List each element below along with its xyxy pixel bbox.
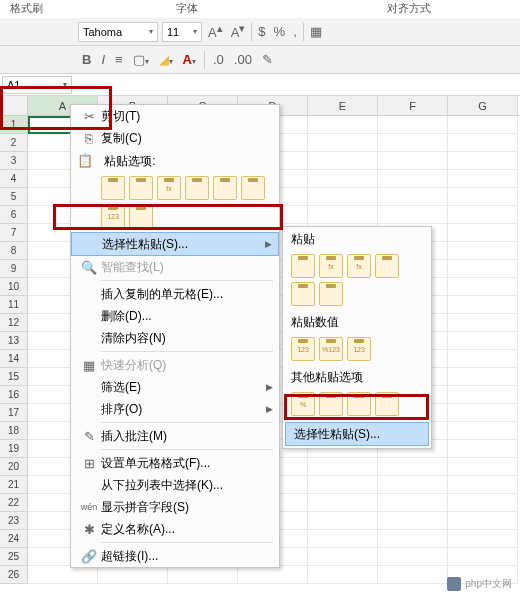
cell[interactable] — [98, 566, 168, 584]
menu-show-pinyin[interactable]: wén 显示拼音字段(S) — [71, 496, 279, 518]
cell[interactable] — [448, 494, 518, 512]
format-icon[interactable]: ▦ — [308, 24, 324, 39]
col-header-f[interactable]: F — [378, 96, 448, 115]
menu-insert-copied[interactable]: 插入复制的单元格(E)... — [71, 283, 279, 305]
paste-icon[interactable] — [129, 176, 153, 200]
menu-hyperlink[interactable]: 🔗 超链接(I)... — [71, 545, 279, 567]
decrease-font-icon[interactable]: A▾ — [229, 22, 248, 40]
cell[interactable] — [308, 188, 378, 206]
row-header[interactable]: 19 — [0, 440, 28, 458]
row-header[interactable]: 6 — [0, 206, 28, 224]
menu-paste-special[interactable]: 选择性粘贴(S)... ▶ — [71, 232, 279, 256]
cell[interactable] — [308, 116, 378, 134]
decrease-decimal-icon[interactable]: .0 — [211, 52, 226, 67]
cell[interactable] — [378, 206, 448, 224]
col-header-g[interactable]: G — [448, 96, 518, 115]
row-header[interactable]: 22 — [0, 494, 28, 512]
paste-icon[interactable] — [129, 204, 153, 228]
comma-icon[interactable]: , — [291, 24, 299, 39]
font-name-dropdown[interactable]: Tahoma▾ — [78, 22, 158, 42]
submenu-paste-special[interactable]: 选择性粘贴(S)... — [285, 422, 429, 446]
paste-icon[interactable] — [185, 176, 209, 200]
paste-icon[interactable] — [213, 176, 237, 200]
row-header[interactable]: 20 — [0, 458, 28, 476]
row-header[interactable]: 21 — [0, 476, 28, 494]
row-header[interactable]: 13 — [0, 332, 28, 350]
fill-color-icon[interactable]: ◢▾ — [157, 52, 175, 67]
cell[interactable] — [308, 476, 378, 494]
cell[interactable] — [378, 170, 448, 188]
row-header[interactable]: 9 — [0, 260, 28, 278]
cell[interactable] — [448, 422, 518, 440]
paste-fx-icon[interactable]: fx — [157, 176, 181, 200]
menu-dropdown-select[interactable]: 从下拉列表中选择(K)... — [71, 474, 279, 496]
paste-icon[interactable] — [347, 392, 371, 416]
paste-fx-icon[interactable]: fx — [319, 254, 343, 278]
cell[interactable] — [378, 512, 448, 530]
cell[interactable] — [448, 404, 518, 422]
font-size-dropdown[interactable]: 11▾ — [162, 22, 202, 42]
menu-sort[interactable]: 排序(O) ▶ — [71, 398, 279, 420]
cell[interactable] — [448, 386, 518, 404]
cell[interactable] — [448, 368, 518, 386]
cell[interactable] — [448, 260, 518, 278]
row-header[interactable]: 23 — [0, 512, 28, 530]
paste-icon[interactable] — [291, 282, 315, 306]
cell[interactable] — [448, 440, 518, 458]
row-header[interactable]: 25 — [0, 548, 28, 566]
paste-pct-icon[interactable]: % — [291, 392, 315, 416]
row-header[interactable]: 7 — [0, 224, 28, 242]
border-icon[interactable]: ▢▾ — [131, 52, 151, 67]
paste-icon[interactable] — [241, 176, 265, 200]
cell[interactable] — [448, 188, 518, 206]
row-header[interactable]: 5 — [0, 188, 28, 206]
row-header[interactable]: 14 — [0, 350, 28, 368]
row-header[interactable]: 10 — [0, 278, 28, 296]
row-header[interactable]: 24 — [0, 530, 28, 548]
menu-filter[interactable]: 筛选(E) ▶ — [71, 376, 279, 398]
cell[interactable] — [448, 224, 518, 242]
row-header[interactable]: 12 — [0, 314, 28, 332]
menu-cut[interactable]: ✂ 剪切(T) — [71, 105, 279, 127]
menu-insert-comment[interactable]: ✎ 插入批注(M) — [71, 425, 279, 447]
cell[interactable] — [448, 242, 518, 260]
paste-icon[interactable] — [375, 254, 399, 278]
cell[interactable] — [378, 548, 448, 566]
row-header[interactable]: 3 — [0, 152, 28, 170]
cell[interactable] — [238, 566, 308, 584]
cell[interactable] — [448, 134, 518, 152]
paste-icon[interactable] — [291, 254, 315, 278]
increase-decimal-icon[interactable]: .00 — [232, 52, 254, 67]
cell[interactable] — [448, 296, 518, 314]
cell[interactable] — [308, 206, 378, 224]
col-header-e[interactable]: E — [308, 96, 378, 115]
cell[interactable] — [308, 512, 378, 530]
row-header[interactable]: 2 — [0, 134, 28, 152]
cell[interactable] — [448, 530, 518, 548]
cell[interactable] — [448, 170, 518, 188]
cell[interactable] — [448, 278, 518, 296]
percent-icon[interactable]: % — [272, 24, 288, 39]
cell[interactable] — [378, 134, 448, 152]
italic-icon[interactable]: I — [99, 52, 107, 67]
format-painter-icon[interactable]: ✎ — [260, 52, 275, 67]
cell[interactable] — [448, 476, 518, 494]
bold-icon[interactable]: B — [80, 52, 93, 67]
cell[interactable] — [448, 116, 518, 134]
row-header[interactable]: 1 — [0, 116, 28, 134]
row-header[interactable]: 4 — [0, 170, 28, 188]
cell[interactable] — [378, 188, 448, 206]
cell[interactable] — [448, 512, 518, 530]
font-color-icon[interactable]: A▾ — [181, 52, 198, 67]
paste-icon[interactable] — [319, 392, 343, 416]
cell[interactable] — [308, 170, 378, 188]
row-header[interactable]: 11 — [0, 296, 28, 314]
paste-pct-icon[interactable]: %123 — [319, 337, 343, 361]
paste-icon[interactable] — [101, 176, 125, 200]
cell[interactable] — [448, 206, 518, 224]
row-header[interactable]: 18 — [0, 422, 28, 440]
menu-format-cells[interactable]: ⊞ 设置单元格格式(F)... — [71, 452, 279, 474]
cell[interactable] — [378, 152, 448, 170]
row-header[interactable]: 8 — [0, 242, 28, 260]
cell[interactable] — [378, 530, 448, 548]
